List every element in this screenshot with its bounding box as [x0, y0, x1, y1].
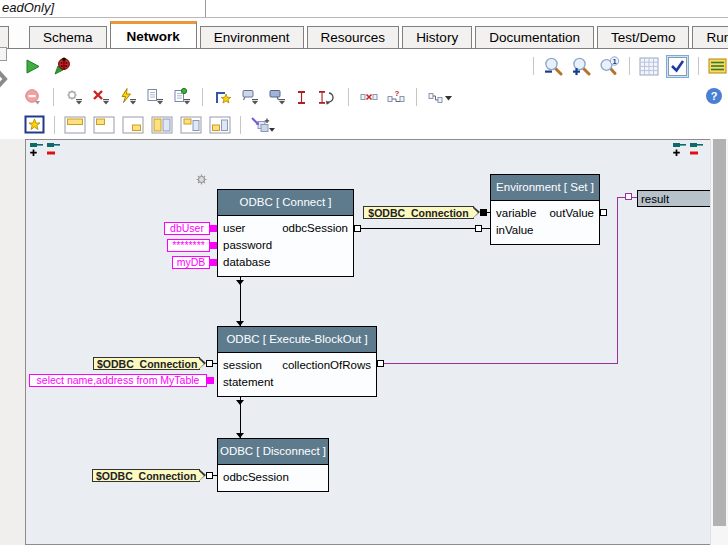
- node-title[interactable]: ODBC [ Connect ]: [218, 190, 353, 216]
- tab-history[interactable]: History: [402, 26, 472, 49]
- pin-label-outvalue: outValue: [549, 205, 594, 222]
- pin-odbcsession-disconnect[interactable]: [206, 472, 213, 479]
- data-link: [352, 228, 490, 229]
- value-mydb[interactable]: myDB: [172, 256, 210, 269]
- pin-result[interactable]: [625, 193, 632, 200]
- node-title[interactable]: Environment [ Set ]: [491, 175, 599, 201]
- pin-invalue[interactable]: [475, 225, 482, 232]
- align-top-left-button[interactable]: [93, 116, 115, 134]
- node-odbc-connect[interactable]: ODBC [ Connect ] userodbcSession passwor…: [217, 189, 354, 277]
- debug-run-button[interactable]: [53, 57, 72, 75]
- network-canvas[interactable]: ODBC [ Connect ] userodbcSession passwor…: [25, 139, 711, 545]
- play-icon: [24, 58, 41, 75]
- run-button[interactable]: [24, 58, 41, 75]
- gear-icon[interactable]: [195, 173, 208, 186]
- vertical-scrollbar[interactable]: [710, 139, 728, 545]
- expand-pins-control-right[interactable]: [672, 141, 687, 158]
- add-settings-block-button[interactable]: [65, 88, 83, 106]
- remove-block-button[interactable]: [24, 88, 42, 106]
- checkmark-icon: [668, 57, 687, 76]
- clipped-panel-fragment: [0, 47, 7, 61]
- align-columns-button[interactable]: [151, 116, 173, 134]
- check-links-button[interactable]: ?: [387, 89, 405, 105]
- align-center-horizontal-icon: [209, 116, 231, 134]
- zoom-out-button[interactable]: [543, 56, 564, 76]
- result-link: [617, 197, 618, 364]
- tab-bar: Schema Network Environment Resources His…: [0, 18, 728, 49]
- add-label-button[interactable]: [268, 88, 286, 106]
- new-network-button[interactable]: [24, 115, 45, 134]
- grid-toggle-button[interactable]: [639, 57, 659, 76]
- node-odbc-disconnect[interactable]: ODBC [ Disconnect ] odbcSession: [217, 438, 329, 492]
- tab-schema[interactable]: Schema: [29, 26, 107, 49]
- variable-tag-odbc-connection-1[interactable]: $ODBC_Connection: [363, 206, 474, 219]
- favorite-flow-button[interactable]: [214, 89, 232, 106]
- align-top-button[interactable]: [64, 116, 86, 134]
- tab-run[interactable]: Run: [692, 26, 728, 49]
- zoom-in-button[interactable]: [571, 56, 592, 76]
- unlink-icon: [360, 89, 378, 105]
- node-body: sessioncollectionOfRows statement: [218, 353, 376, 396]
- insert-sequence-button[interactable]: [295, 89, 308, 106]
- link-type-dropdown[interactable]: [428, 89, 454, 105]
- pin-outvalue[interactable]: [600, 209, 607, 216]
- pin-user[interactable]: [210, 225, 217, 232]
- rotate-sequence-button[interactable]: [317, 89, 337, 106]
- show-links-toggle-button[interactable]: [666, 55, 689, 78]
- clipped-chevron-icon: [0, 64, 8, 94]
- pin-session[interactable]: [206, 360, 213, 367]
- variable-tag-odbc-connection-3[interactable]: $ODBC_Connection: [92, 469, 200, 482]
- pin-statement[interactable]: [207, 377, 214, 384]
- collapse-pins-control-right[interactable]: [689, 141, 704, 158]
- pin-label-password: password: [223, 237, 272, 254]
- paste-add-drop-icon: [250, 116, 276, 134]
- align-center-h-button[interactable]: [209, 116, 231, 134]
- pin-database[interactable]: [210, 259, 217, 266]
- minus-circle-icon: [24, 88, 42, 106]
- value-dbuser[interactable]: dbUser: [164, 222, 210, 235]
- help-button[interactable]: ?: [706, 88, 722, 104]
- pin-variable[interactable]: [480, 209, 487, 216]
- svg-text:1: 1: [612, 57, 616, 66]
- variable-tag-odbc-connection-2[interactable]: $ODBC_Connection: [93, 357, 200, 370]
- value-sql-statement[interactable]: select name,address from MyTable: [29, 374, 207, 387]
- tab-stub-partial[interactable]: [0, 26, 9, 48]
- align-center-v-button[interactable]: [180, 116, 202, 134]
- tab-environment[interactable]: Environment: [200, 26, 304, 49]
- node-environment-set[interactable]: Environment [ Set ] variableoutValue inV…: [490, 174, 600, 245]
- add-action-block-button[interactable]: [119, 88, 137, 106]
- node-title[interactable]: ODBC [ Disconnect ]: [218, 439, 328, 465]
- value-password[interactable]: ********: [167, 239, 210, 252]
- report-button[interactable]: [708, 58, 727, 74]
- pin-label-odbcsession: odbcSession: [223, 469, 289, 486]
- add-new-page-block-button[interactable]: [173, 88, 191, 106]
- align-bottom-right-button[interactable]: [122, 116, 144, 134]
- tab-resources[interactable]: Resources: [307, 26, 400, 49]
- pin-odbcsession-out[interactable]: [354, 225, 361, 232]
- tab-network[interactable]: Network: [110, 21, 197, 49]
- tab-test-demo[interactable]: Test/Demo: [597, 26, 690, 49]
- node-body: odbcSession: [218, 465, 328, 491]
- titlebar: eadOnly]: [0, 0, 728, 18]
- add-page-block-button[interactable]: [146, 88, 164, 106]
- node-title[interactable]: ODBC [ Execute-BlockOut ]: [218, 327, 376, 353]
- add-comment-button[interactable]: [241, 88, 259, 106]
- expand-pins-control-left[interactable]: [29, 141, 44, 158]
- node-odbc-execute[interactable]: ODBC [ Execute-BlockOut ] sessioncollect…: [217, 326, 377, 397]
- pin-collectionofrows[interactable]: [377, 360, 384, 367]
- result-box[interactable]: result: [637, 190, 711, 207]
- pin-password[interactable]: [210, 242, 217, 249]
- pin-label-variable: variable: [496, 205, 536, 222]
- paste-insert-dropdown[interactable]: [250, 116, 276, 134]
- toolbar-separator: [202, 88, 203, 106]
- toolbar-separator: [533, 57, 534, 75]
- zoom-100-button[interactable]: 1: [599, 56, 620, 76]
- add-delete-block-button[interactable]: [92, 88, 110, 106]
- align-columns-icon: [151, 116, 173, 134]
- scrollbar-thumb[interactable]: [713, 139, 726, 526]
- page-drop-icon: [146, 88, 164, 106]
- collapse-pins-control-left[interactable]: [46, 141, 61, 158]
- tab-documentation[interactable]: Documentation: [475, 26, 594, 49]
- delete-link-button[interactable]: [360, 89, 378, 105]
- zoom-out-icon: [543, 56, 564, 76]
